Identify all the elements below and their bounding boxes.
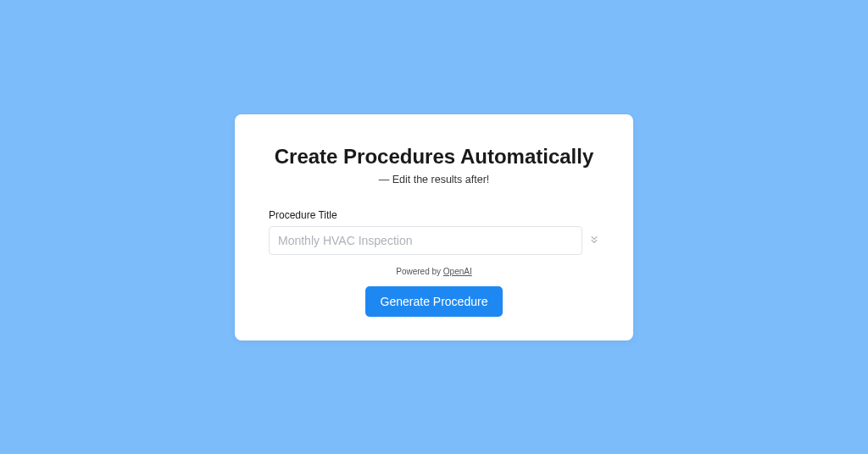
chevrons-down-icon[interactable] bbox=[589, 233, 599, 248]
procedure-generator-card: Create Procedures Automatically — Edit t… bbox=[235, 114, 633, 340]
card-title: Create Procedures Automatically bbox=[269, 145, 599, 169]
powered-by-text: Powered by OpenAI bbox=[269, 267, 599, 276]
procedure-title-input[interactable] bbox=[269, 226, 582, 255]
procedure-title-row bbox=[269, 226, 599, 255]
procedure-title-label: Procedure Title bbox=[269, 209, 599, 221]
powered-by-link[interactable]: OpenAI bbox=[443, 267, 472, 276]
generate-procedure-button[interactable]: Generate Procedure bbox=[365, 286, 504, 317]
card-subtitle: — Edit the results after! bbox=[269, 174, 599, 185]
powered-by-prefix: Powered by bbox=[396, 267, 443, 276]
